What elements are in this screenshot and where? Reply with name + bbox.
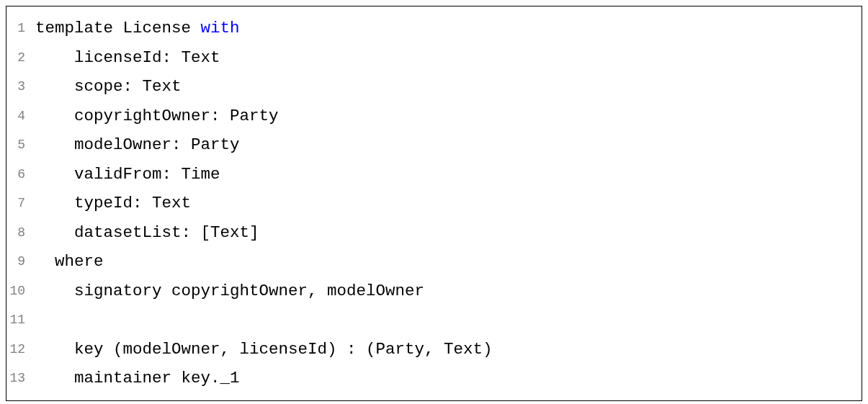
line-number: 5 — [9, 130, 25, 160]
line-number: 6 — [9, 160, 25, 189]
line-number: 4 — [9, 102, 25, 131]
code-line: signatory copyrightOwner, modelOwner — [35, 282, 424, 300]
code-line: scope: Text — [35, 77, 182, 96]
keyword-with: with — [201, 19, 240, 37]
code-line: copyrightOwner: Party — [35, 107, 279, 125]
code-content: template License with licenseId: Text sc… — [31, 6, 862, 400]
line-number: 1 — [9, 14, 25, 43]
code-line: where — [35, 252, 104, 271]
code-line: datasetList: [Text] — [35, 223, 259, 242]
line-number: 10 — [9, 277, 25, 306]
code-line: modelOwner: Party — [35, 135, 240, 154]
line-number: 9 — [9, 247, 25, 277]
line-number-gutter: 1 2 3 4 5 6 7 8 9 10 11 12 13 — [6, 6, 31, 400]
line-number: 7 — [9, 189, 25, 218]
code-line: licenseId: Text — [35, 48, 220, 67]
code-block: 1 2 3 4 5 6 7 8 9 10 11 12 13 template L… — [6, 6, 862, 401]
line-number: 12 — [9, 335, 25, 364]
code-line: key (modelOwner, licenseId) : (Party, Te… — [35, 340, 493, 359]
line-number: 2 — [9, 43, 25, 73]
line-number: 3 — [9, 72, 25, 102]
code-line: validFrom: Time — [35, 165, 220, 184]
line-number: 13 — [9, 364, 25, 393]
line-number: 11 — [9, 305, 25, 335]
code-text: template License — [35, 19, 201, 37]
code-line: typeId: Text — [35, 194, 191, 212]
code-line: template License with — [35, 19, 240, 37]
code-line: maintainer key._1 — [35, 369, 240, 387]
line-number: 8 — [9, 218, 25, 248]
